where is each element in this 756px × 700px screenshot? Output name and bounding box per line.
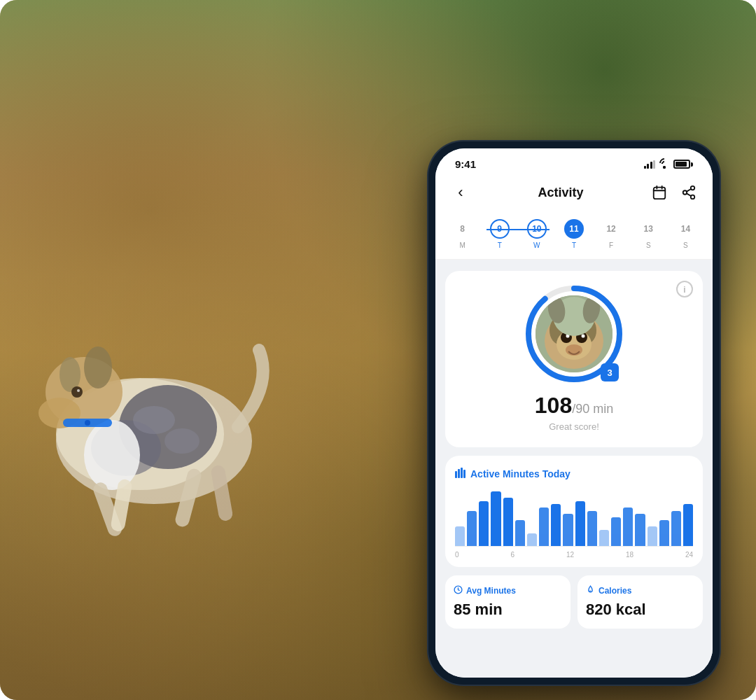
bar-1 bbox=[467, 511, 477, 546]
dog-face-image bbox=[536, 295, 612, 372]
x-label-18: 18 bbox=[626, 551, 634, 559]
svg-line-26 bbox=[687, 193, 691, 196]
score-display: 108 /90 min bbox=[535, 393, 613, 419]
day-label-tue: T bbox=[498, 241, 502, 249]
svg-point-38 bbox=[582, 335, 585, 338]
day-label-sat: S bbox=[646, 241, 651, 249]
bar-14 bbox=[623, 507, 633, 546]
progress-ring: 3 bbox=[525, 285, 623, 383]
bar-11 bbox=[587, 511, 597, 546]
calendar-button[interactable] bbox=[650, 183, 669, 202]
avg-minutes-header: Avg Minutes bbox=[454, 585, 562, 596]
avg-minutes-label: Avg Minutes bbox=[466, 586, 516, 596]
avg-minutes-card: Avg Minutes 85 min bbox=[445, 575, 570, 629]
x-label-12: 12 bbox=[566, 551, 574, 559]
app-header: ‹ Activity bbox=[435, 176, 713, 212]
calories-value: 820 kcal bbox=[586, 601, 694, 619]
day-number-fri: 12 bbox=[601, 219, 621, 239]
level-badge: 3 bbox=[601, 363, 619, 382]
day-item-sun[interactable]: 14 S bbox=[676, 219, 695, 249]
bar-6 bbox=[527, 533, 537, 546]
phone-device: 9:41 bbox=[427, 140, 721, 686]
avg-minutes-value: 85 min bbox=[454, 601, 562, 619]
day-number-sat: 13 bbox=[638, 219, 658, 239]
score-comment: Great score! bbox=[549, 421, 599, 432]
calories-card: Calories 820 kcal bbox=[578, 575, 703, 629]
day-number-sun: 14 bbox=[676, 219, 695, 239]
svg-rect-45 bbox=[461, 468, 463, 478]
main-content: i bbox=[435, 260, 713, 678]
bar-15 bbox=[635, 514, 645, 546]
phone-device-wrapper: 9:41 bbox=[427, 140, 721, 686]
activity-card: i bbox=[445, 271, 703, 447]
clock-icon bbox=[454, 585, 463, 596]
phone-screen: 9:41 bbox=[435, 148, 713, 678]
x-label-0: 0 bbox=[455, 551, 459, 559]
day-number-wed: 10 bbox=[527, 219, 547, 239]
day-number-tue: 9 bbox=[490, 219, 510, 239]
day-item-thu[interactable]: 11 T bbox=[564, 219, 584, 249]
bar-19 bbox=[683, 504, 693, 546]
svg-rect-44 bbox=[458, 469, 460, 478]
svg-rect-43 bbox=[455, 471, 457, 478]
stats-row: Avg Minutes 85 min Calo bbox=[445, 575, 703, 629]
day-label-thu: T bbox=[572, 241, 576, 249]
flame-icon bbox=[586, 585, 595, 596]
chart-title: Active Minutes Today bbox=[470, 468, 570, 479]
x-label-6: 6 bbox=[510, 551, 514, 559]
chart-x-labels: 0 6 12 18 24 bbox=[455, 546, 693, 559]
chart-header: Active Minutes Today bbox=[455, 467, 693, 480]
bar-3 bbox=[491, 491, 500, 546]
score-target: /90 min bbox=[572, 402, 613, 416]
bar-13 bbox=[611, 517, 621, 546]
share-button[interactable] bbox=[679, 183, 699, 202]
calories-header: Calories bbox=[586, 585, 694, 596]
day-item-mon[interactable]: 8 M bbox=[453, 219, 472, 249]
status-icons bbox=[644, 160, 694, 169]
score-current: 108 bbox=[535, 393, 572, 419]
signal-icon bbox=[644, 160, 656, 169]
day-label-sun: S bbox=[683, 241, 688, 249]
wifi-icon bbox=[659, 160, 670, 169]
info-button[interactable]: i bbox=[676, 281, 693, 298]
day-label-mon: M bbox=[459, 241, 465, 249]
bar-10 bbox=[575, 501, 585, 546]
bar-4 bbox=[503, 498, 513, 546]
svg-rect-19 bbox=[654, 188, 666, 200]
x-label-24: 24 bbox=[685, 551, 693, 559]
status-time: 9:41 bbox=[455, 158, 476, 170]
svg-line-27 bbox=[687, 189, 691, 192]
week-selector: 8 M 9 T 10 W 11 T bbox=[435, 212, 713, 260]
bar-5 bbox=[515, 520, 525, 546]
day-label-wed: W bbox=[533, 241, 540, 249]
bar-chart bbox=[455, 490, 693, 546]
day-number-mon: 8 bbox=[453, 219, 472, 239]
day-number-thu: 11 bbox=[564, 219, 584, 239]
bar-16 bbox=[648, 526, 657, 546]
day-item-fri[interactable]: 12 F bbox=[601, 219, 621, 249]
status-bar: 9:41 bbox=[435, 148, 713, 176]
day-label-fri: F bbox=[609, 241, 613, 249]
bar-7 bbox=[539, 507, 549, 546]
dog-avatar bbox=[536, 295, 612, 372]
bar-2 bbox=[479, 501, 489, 546]
svg-rect-46 bbox=[463, 470, 465, 478]
day-item-tue[interactable]: 9 T bbox=[490, 219, 510, 249]
back-button[interactable]: ‹ bbox=[449, 183, 472, 202]
bar-8 bbox=[551, 504, 561, 546]
header-icons bbox=[650, 183, 699, 202]
calories-label: Calories bbox=[598, 586, 631, 596]
chart-card: Active Minutes Today 0 6 12 18 24 bbox=[445, 456, 703, 567]
bar-12 bbox=[599, 530, 609, 546]
bar-9 bbox=[563, 514, 573, 546]
day-item-sat[interactable]: 13 S bbox=[638, 219, 658, 249]
battery-icon bbox=[673, 160, 693, 169]
page-title: Activity bbox=[538, 186, 583, 200]
chart-bar-icon bbox=[455, 467, 466, 480]
bar-0 bbox=[455, 526, 465, 546]
bar-18 bbox=[671, 511, 681, 546]
day-item-wed[interactable]: 10 W bbox=[527, 219, 547, 249]
bar-17 bbox=[659, 520, 669, 546]
